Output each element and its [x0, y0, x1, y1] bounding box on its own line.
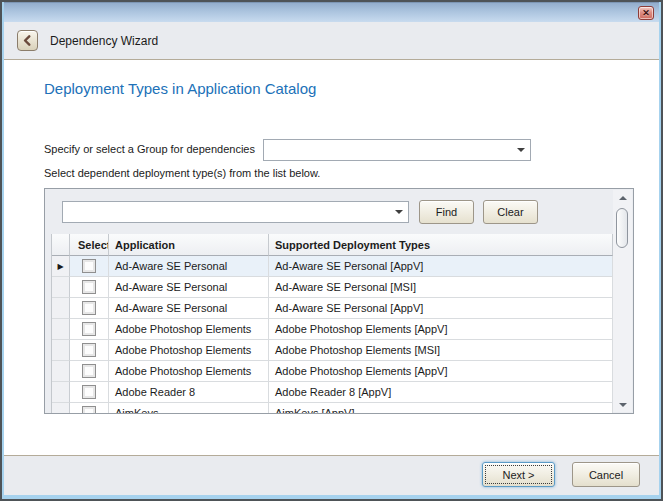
scroll-down-button[interactable]	[613, 397, 632, 412]
row-marker-cell	[52, 340, 70, 361]
close-icon: ✕	[642, 9, 650, 18]
row-deployment-type-cell: Ad-Aware SE Personal [AppV]	[269, 256, 613, 277]
wizard-header: Dependency Wizard	[2, 22, 661, 60]
table-row[interactable]: AimKeys AimKeys [AppV]	[52, 403, 613, 414]
group-label: Specify or select a Group for dependenci…	[44, 143, 255, 155]
row-checkbox[interactable]	[82, 364, 96, 378]
table-row[interactable]: Adobe Photoshop Elements Adobe Photoshop…	[52, 361, 613, 382]
find-button[interactable]: Find	[419, 200, 474, 224]
row-select-cell	[70, 277, 109, 298]
row-application-cell: Ad-Aware SE Personal	[109, 277, 269, 298]
table-row[interactable]: ▶ Ad-Aware SE Personal Ad-Aware SE Perso…	[52, 256, 613, 277]
row-application-cell: Ad-Aware SE Personal	[109, 298, 269, 319]
row-select-cell	[70, 361, 109, 382]
group-combobox[interactable]	[263, 139, 531, 161]
row-checkbox[interactable]	[82, 301, 96, 315]
row-deployment-type-cell: Ad-Aware SE Personal [MSI]	[269, 277, 613, 298]
table-row[interactable]: Adobe Photoshop Elements Adobe Photoshop…	[52, 340, 613, 361]
table-row[interactable]: Adobe Reader 8 Adobe Reader 8 [AppV]	[52, 382, 613, 403]
row-deployment-type-cell: Adobe Reader 8 [AppV]	[269, 382, 613, 403]
scroll-up-button[interactable]	[613, 190, 632, 205]
column-header-application[interactable]: Application	[109, 234, 269, 256]
list-instruction-label: Select dependent deployment type(s) from…	[44, 167, 320, 179]
row-application-cell: Ad-Aware SE Personal	[109, 256, 269, 277]
row-marker-cell	[52, 382, 70, 403]
row-checkbox[interactable]	[82, 322, 96, 336]
row-application-cell: Adobe Reader 8	[109, 382, 269, 403]
row-deployment-type-cell: Adobe Photoshop Elements [MSI]	[269, 340, 613, 361]
row-marker-cell: ▶	[52, 256, 70, 277]
row-select-cell	[70, 403, 109, 414]
group-combobox-dropdown-button[interactable]	[512, 140, 530, 160]
row-checkbox[interactable]	[82, 280, 96, 294]
deployment-table: Select Application Supported Deployment …	[51, 234, 613, 414]
row-select-cell	[70, 298, 109, 319]
back-chevron-icon	[22, 32, 33, 50]
row-application-cell: Adobe Photoshop Elements	[109, 340, 269, 361]
row-deployment-type-cell: Adobe Photoshop Elements [AppV]	[269, 319, 613, 340]
scroll-down-icon	[619, 403, 627, 407]
current-row-marker-icon: ▶	[57, 262, 63, 271]
table-header-row: Select Application Supported Deployment …	[52, 234, 613, 256]
row-marker-header-cell	[52, 234, 70, 256]
row-application-cell: AimKeys	[109, 403, 269, 414]
row-select-cell	[70, 319, 109, 340]
row-checkbox[interactable]	[82, 343, 96, 357]
deployment-list-panel: Find Clear Select Application Supported …	[44, 188, 634, 414]
scrollbar-thumb[interactable]	[616, 208, 628, 248]
cancel-button[interactable]: Cancel	[572, 462, 640, 487]
dependency-wizard-window: ✕ Dependency Wizard Deployment Types in …	[0, 0, 663, 501]
row-select-cell	[70, 340, 109, 361]
column-header-deployment-types[interactable]: Supported Deployment Types	[269, 234, 613, 256]
chevron-down-icon	[517, 148, 525, 152]
row-select-cell	[70, 256, 109, 277]
wizard-title: Dependency Wizard	[50, 34, 158, 48]
row-marker-cell	[52, 277, 70, 298]
table-body: ▶ Ad-Aware SE Personal Ad-Aware SE Perso…	[52, 256, 613, 414]
row-application-cell: Adobe Photoshop Elements	[109, 319, 269, 340]
footer-bar: Next > Cancel	[2, 455, 661, 499]
row-deployment-type-cell: Ad-Aware SE Personal [AppV]	[269, 298, 613, 319]
row-marker-cell	[52, 361, 70, 382]
vertical-scrollbar[interactable]	[613, 190, 632, 412]
search-combobox-dropdown-button[interactable]	[390, 202, 408, 222]
page-title: Deployment Types in Application Catalog	[44, 80, 316, 97]
row-checkbox[interactable]	[82, 385, 96, 399]
search-combobox[interactable]	[62, 201, 409, 223]
row-application-cell: Adobe Photoshop Elements	[109, 361, 269, 382]
close-button[interactable]: ✕	[638, 6, 654, 20]
chevron-down-icon	[395, 210, 403, 214]
scroll-up-icon	[619, 196, 627, 200]
table-row[interactable]: Adobe Photoshop Elements Adobe Photoshop…	[52, 319, 613, 340]
row-select-cell	[70, 382, 109, 403]
table-row[interactable]: Ad-Aware SE Personal Ad-Aware SE Persona…	[52, 298, 613, 319]
column-header-select[interactable]: Select	[70, 234, 109, 256]
back-button[interactable]	[17, 30, 38, 51]
row-deployment-type-cell: Adobe Photoshop Elements [AppV]	[269, 361, 613, 382]
table-row[interactable]: Ad-Aware SE Personal Ad-Aware SE Persona…	[52, 277, 613, 298]
titlebar[interactable]: ✕	[2, 2, 661, 22]
row-checkbox[interactable]	[82, 259, 96, 273]
row-marker-cell	[52, 319, 70, 340]
row-marker-cell	[52, 403, 70, 414]
next-button[interactable]: Next >	[482, 462, 555, 487]
row-deployment-type-cell: AimKeys [AppV]	[269, 403, 613, 414]
row-checkbox[interactable]	[82, 406, 96, 414]
row-marker-cell	[52, 298, 70, 319]
clear-button[interactable]: Clear	[483, 200, 538, 224]
